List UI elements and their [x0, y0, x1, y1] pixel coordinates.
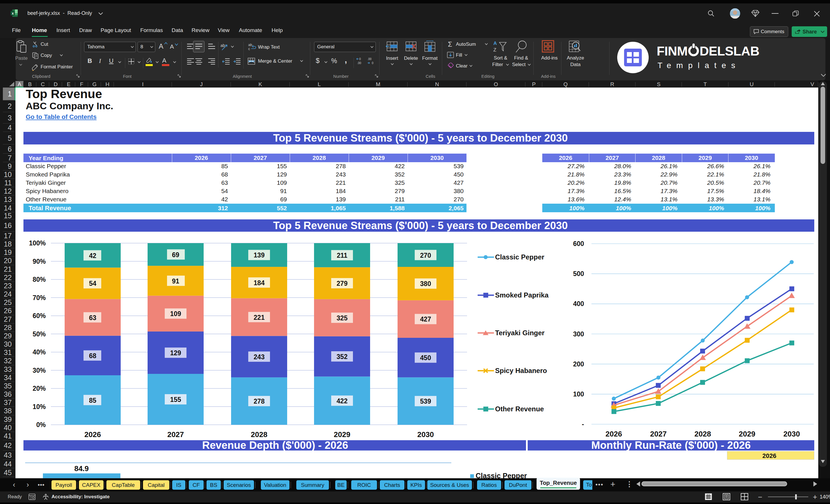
svg-text:54: 54	[89, 280, 96, 287]
svg-text:2028: 2028	[251, 430, 267, 439]
svg-text:40%: 40%	[33, 348, 46, 356]
svg-text:139: 139	[254, 251, 264, 259]
svg-text:155: 155	[170, 396, 181, 403]
svg-text:129: 129	[170, 349, 181, 357]
svg-text:221: 221	[254, 314, 265, 321]
svg-text:100%: 100%	[29, 240, 46, 247]
svg-text:0%: 0%	[36, 421, 46, 429]
svg-text:20%: 20%	[33, 385, 46, 392]
svg-text:243: 243	[254, 353, 264, 361]
svg-text:Spicy Habanero: Spicy Habanero	[495, 367, 547, 374]
svg-text:380: 380	[420, 280, 431, 287]
svg-text:10%: 10%	[33, 403, 46, 410]
svg-text:500: 500	[573, 270, 584, 278]
svg-text:100: 100	[573, 390, 584, 398]
svg-text:325: 325	[337, 314, 348, 322]
svg-text:80%: 80%	[33, 276, 46, 283]
svg-text:30%: 30%	[33, 367, 46, 374]
svg-text:Other Revenue: Other Revenue	[495, 405, 544, 413]
svg-text:279: 279	[337, 280, 348, 287]
svg-text:109: 109	[170, 310, 181, 317]
svg-text:Classic Pepper: Classic Pepper	[495, 253, 544, 261]
svg-text:2027: 2027	[167, 430, 184, 439]
svg-text:427: 427	[420, 315, 431, 323]
svg-text:68: 68	[89, 352, 96, 359]
svg-text:2029: 2029	[739, 430, 755, 438]
svg-text:Smoked Paprika: Smoked Paprika	[495, 291, 549, 299]
svg-text:Teriyaki Ginger: Teriyaki Ginger	[495, 329, 545, 337]
svg-text:2026: 2026	[84, 430, 101, 439]
svg-text:2026: 2026	[605, 430, 622, 438]
svg-text:90%: 90%	[33, 258, 46, 265]
svg-text:2028: 2028	[695, 430, 711, 438]
svg-text:69: 69	[172, 251, 179, 259]
svg-text:600: 600	[573, 240, 584, 247]
svg-text:2027: 2027	[650, 430, 667, 438]
svg-text:539: 539	[420, 398, 431, 405]
svg-text:300: 300	[573, 330, 584, 338]
svg-text:352: 352	[337, 353, 348, 360]
svg-text:84.9: 84.9	[74, 464, 89, 473]
svg-text:2029: 2029	[334, 430, 350, 439]
svg-text:91: 91	[172, 278, 179, 285]
svg-text:70%: 70%	[33, 294, 46, 302]
svg-text:-: -	[582, 420, 584, 428]
svg-text:450: 450	[420, 354, 431, 361]
svg-text:85: 85	[89, 397, 96, 404]
svg-text:278: 278	[254, 398, 265, 405]
svg-text:422: 422	[337, 397, 348, 405]
svg-text:184: 184	[254, 279, 265, 287]
svg-text:270: 270	[420, 252, 431, 259]
svg-text:60%: 60%	[33, 312, 46, 319]
svg-text:2030: 2030	[784, 430, 800, 438]
svg-text:200: 200	[573, 360, 584, 368]
svg-text:211: 211	[337, 252, 347, 259]
svg-text:50%: 50%	[33, 330, 46, 338]
svg-text:400: 400	[573, 300, 584, 308]
svg-text:42: 42	[89, 252, 96, 259]
svg-text:2030: 2030	[417, 430, 434, 439]
svg-text:63: 63	[89, 314, 96, 321]
